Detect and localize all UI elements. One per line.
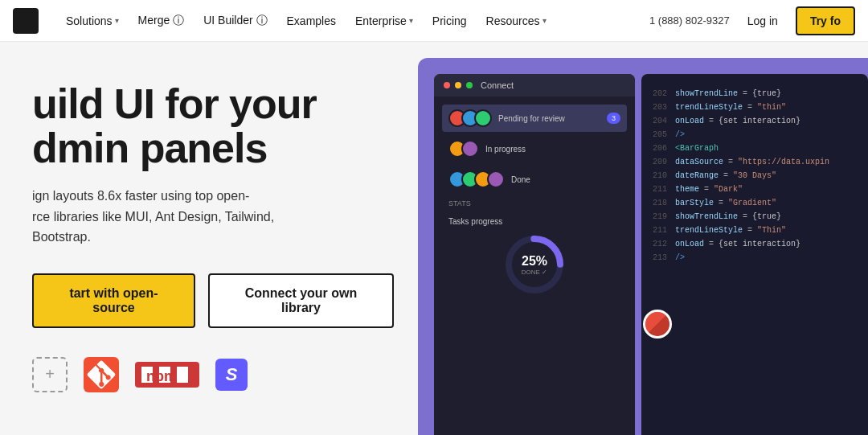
code-line: 202 showTrendLine = {true} bbox=[653, 87, 857, 101]
connect-library-button[interactable]: Connect your own library bbox=[208, 273, 394, 328]
dot-green bbox=[466, 82, 473, 88]
progress-circle: 25% DONE ✓ bbox=[502, 232, 567, 297]
progress-label: Tasks progress bbox=[448, 217, 620, 226]
chevron-down-icon: ▾ bbox=[409, 16, 413, 25]
code-line: 210 dateRange = "30 Days" bbox=[653, 169, 857, 183]
progress-percent: 25% bbox=[522, 254, 547, 269]
code-line: 211 trendLineStyle = "Thin" bbox=[653, 224, 857, 237]
code-line: 213 /> bbox=[653, 251, 857, 265]
ui-app-panel: Connect Pending for review 3 bbox=[434, 74, 635, 435]
code-line: 204 onLoad = {set interaction} bbox=[653, 114, 857, 128]
code-line: 211 theme = "Dark" bbox=[653, 183, 857, 196]
svg-rect-9 bbox=[177, 367, 180, 383]
code-line: 218 barStyle = "Gradient" bbox=[653, 196, 857, 210]
phone-number: 1 (888) 802-9327 bbox=[649, 14, 730, 27]
hero-logos: + bbox=[32, 357, 394, 392]
avatar bbox=[487, 170, 505, 188]
list-item[interactable]: Pending for review 3 bbox=[442, 105, 627, 132]
git-icon bbox=[84, 357, 119, 392]
nav-item-examples[interactable]: Examples bbox=[279, 10, 344, 32]
login-button[interactable]: Log in bbox=[736, 10, 789, 32]
list-item[interactable]: Done bbox=[442, 166, 627, 193]
nav-item-pricing[interactable]: Pricing bbox=[424, 10, 475, 32]
nav-item-resources[interactable]: Resources ▾ bbox=[478, 10, 555, 32]
code-panel: 202 showTrendLine = {true} 203 trendLine… bbox=[641, 74, 868, 435]
plus-icon: + bbox=[32, 357, 68, 392]
svg-rect-3 bbox=[141, 367, 145, 383]
avatar-group bbox=[448, 140, 479, 158]
avatar-image bbox=[645, 312, 669, 336]
main-content: uild UI for your dmin panels ign layouts… bbox=[0, 42, 868, 435]
progress-section: Tasks progress 25% DONE ✓ bbox=[442, 211, 627, 303]
panel-body: Pending for review 3 In progress bbox=[434, 96, 635, 311]
hero-preview: Connect Pending for review 3 bbox=[418, 58, 868, 435]
nav-item-merge[interactable]: Merge ⓘ bbox=[130, 9, 193, 33]
hero-title: uild UI for your dmin panels bbox=[32, 82, 394, 170]
stripe-icon: S bbox=[215, 359, 248, 391]
code-line: 205 /> bbox=[653, 128, 857, 142]
chevron-down-icon: ▾ bbox=[542, 16, 547, 25]
dot-red bbox=[444, 82, 450, 88]
code-line: 212 onLoad = {set interaction} bbox=[653, 237, 857, 251]
code-line: 209 dataSource = "https://data.uxpin bbox=[653, 155, 857, 169]
avatar bbox=[474, 109, 492, 127]
svg-rect-10 bbox=[185, 367, 188, 378]
logo[interactable] bbox=[13, 8, 39, 34]
panel-header: Connect bbox=[434, 74, 635, 96]
list-item[interactable]: In progress bbox=[442, 135, 627, 162]
code-line: 219 showTrendLine = {true} bbox=[653, 210, 857, 224]
hero-left: uild UI for your dmin panels ign layouts… bbox=[0, 42, 418, 435]
chevron-down-icon: ▾ bbox=[115, 16, 119, 25]
hero-subtitle: ign layouts 8.6x faster using top open- … bbox=[32, 186, 386, 248]
avatar-group bbox=[448, 170, 505, 188]
npm-icon: npm bbox=[135, 363, 199, 386]
navbar: Solutions ▾ Merge ⓘ UI Builder ⓘ Example… bbox=[0, 0, 868, 42]
nav-items: Solutions ▾ Merge ⓘ UI Builder ⓘ Example… bbox=[58, 9, 643, 33]
open-source-button[interactable]: tart with open-source bbox=[32, 273, 195, 328]
avatar bbox=[461, 140, 479, 158]
nav-item-solutions[interactable]: Solutions ▾ bbox=[58, 10, 127, 32]
try-button[interactable]: Try fo bbox=[796, 6, 855, 35]
code-line: 206 <BarGraph bbox=[653, 142, 857, 155]
dot-yellow bbox=[455, 82, 461, 88]
nav-item-ui-builder[interactable]: UI Builder ⓘ bbox=[195, 9, 275, 33]
avatar-group bbox=[448, 109, 492, 127]
svg-text:npm: npm bbox=[146, 368, 177, 384]
progress-sub: DONE ✓ bbox=[522, 269, 547, 276]
nav-item-enterprise[interactable]: Enterprise ▾ bbox=[347, 10, 421, 32]
avatar-overlay bbox=[643, 310, 672, 339]
hero-buttons: tart with open-source Connect your own l… bbox=[32, 273, 394, 328]
panel-title: Connect bbox=[481, 80, 514, 90]
code-line: 203 trendLineStyle = "thin" bbox=[653, 101, 857, 114]
